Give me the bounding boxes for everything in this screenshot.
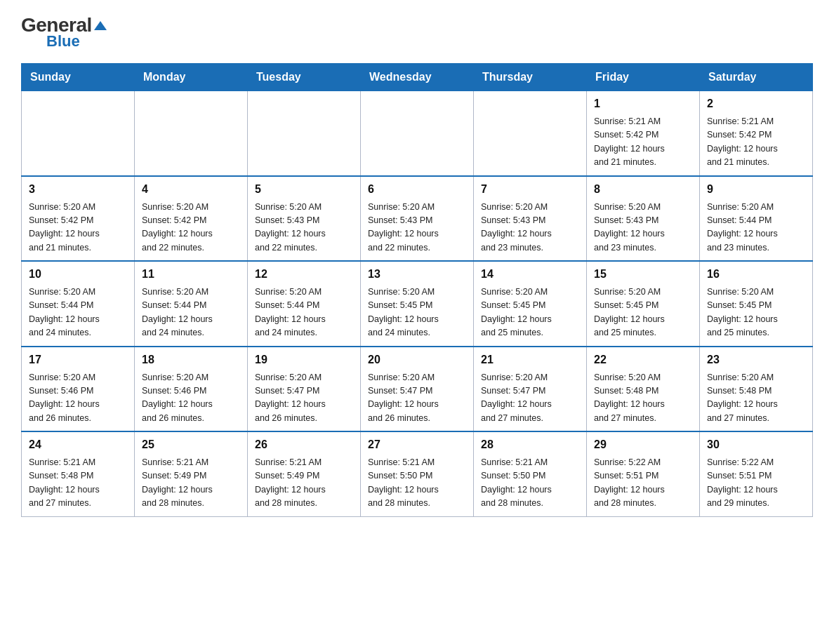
day-number: 29: [594, 436, 692, 453]
day-number: 15: [594, 266, 692, 283]
day-number: 11: [142, 266, 240, 283]
calendar-cell: 13Sunrise: 5:20 AMSunset: 5:45 PMDayligh…: [361, 261, 474, 347]
day-info: Sunrise: 5:21 AMSunset: 5:49 PMDaylight:…: [255, 456, 353, 511]
day-number: 26: [255, 436, 353, 453]
day-number: 4: [142, 181, 240, 198]
calendar-cell: [361, 91, 474, 176]
day-info: Sunrise: 5:20 AMSunset: 5:43 PMDaylight:…: [368, 201, 466, 255]
calendar-cell: 4Sunrise: 5:20 AMSunset: 5:42 PMDaylight…: [135, 176, 248, 262]
calendar-week-row: 17Sunrise: 5:20 AMSunset: 5:46 PMDayligh…: [22, 347, 813, 432]
weekday-header-thursday: Thursday: [474, 64, 587, 91]
day-info: Sunrise: 5:21 AMSunset: 5:42 PMDaylight:…: [594, 115, 692, 170]
calendar-table: SundayMondayTuesdayWednesdayThursdayFrid…: [21, 63, 813, 517]
calendar-cell: 5Sunrise: 5:20 AMSunset: 5:43 PMDaylight…: [248, 176, 361, 262]
calendar-cell: 25Sunrise: 5:21 AMSunset: 5:49 PMDayligh…: [135, 431, 248, 516]
calendar-week-row: 24Sunrise: 5:21 AMSunset: 5:48 PMDayligh…: [22, 431, 813, 516]
day-info: Sunrise: 5:20 AMSunset: 5:45 PMDaylight:…: [368, 286, 466, 340]
day-info: Sunrise: 5:20 AMSunset: 5:47 PMDaylight:…: [368, 371, 466, 426]
day-number: 28: [481, 436, 579, 453]
calendar-cell: 17Sunrise: 5:20 AMSunset: 5:46 PMDayligh…: [22, 347, 135, 432]
day-info: Sunrise: 5:20 AMSunset: 5:47 PMDaylight:…: [481, 371, 579, 426]
day-info: Sunrise: 5:20 AMSunset: 5:46 PMDaylight:…: [29, 371, 127, 426]
day-number: 5: [255, 181, 353, 198]
day-info: Sunrise: 5:22 AMSunset: 5:51 PMDaylight:…: [594, 456, 692, 511]
calendar-cell: 11Sunrise: 5:20 AMSunset: 5:44 PMDayligh…: [135, 261, 248, 347]
day-info: Sunrise: 5:20 AMSunset: 5:43 PMDaylight:…: [481, 201, 579, 255]
logo-blue-text: Blue: [46, 32, 80, 51]
calendar-cell: 10Sunrise: 5:20 AMSunset: 5:44 PMDayligh…: [22, 261, 135, 347]
day-info: Sunrise: 5:20 AMSunset: 5:42 PMDaylight:…: [29, 201, 127, 255]
logo-triangle-icon: [94, 21, 107, 30]
day-number: 17: [29, 351, 127, 368]
day-info: Sunrise: 5:20 AMSunset: 5:45 PMDaylight:…: [594, 286, 692, 340]
calendar-cell: 26Sunrise: 5:21 AMSunset: 5:49 PMDayligh…: [248, 431, 361, 516]
day-number: 30: [707, 436, 805, 453]
day-info: Sunrise: 5:21 AMSunset: 5:42 PMDaylight:…: [707, 115, 805, 170]
calendar-cell: 7Sunrise: 5:20 AMSunset: 5:43 PMDaylight…: [474, 176, 587, 262]
calendar-cell: 19Sunrise: 5:20 AMSunset: 5:47 PMDayligh…: [248, 347, 361, 432]
day-number: 13: [368, 266, 466, 283]
day-number: 27: [368, 436, 466, 453]
day-number: 9: [707, 181, 805, 198]
day-number: 20: [368, 351, 466, 368]
calendar-cell: 1Sunrise: 5:21 AMSunset: 5:42 PMDaylight…: [587, 91, 700, 176]
day-info: Sunrise: 5:20 AMSunset: 5:47 PMDaylight:…: [255, 371, 353, 426]
day-info: Sunrise: 5:21 AMSunset: 5:50 PMDaylight:…: [481, 456, 579, 511]
day-number: 24: [29, 436, 127, 453]
logo: General Blue: [21, 14, 107, 51]
calendar-cell: 16Sunrise: 5:20 AMSunset: 5:45 PMDayligh…: [700, 261, 813, 347]
day-number: 14: [481, 266, 579, 283]
calendar-cell: 2Sunrise: 5:21 AMSunset: 5:42 PMDaylight…: [700, 91, 813, 176]
weekday-header-monday: Monday: [135, 64, 248, 91]
calendar-cell: 27Sunrise: 5:21 AMSunset: 5:50 PMDayligh…: [361, 431, 474, 516]
day-number: 10: [29, 266, 127, 283]
calendar-cell: [248, 91, 361, 176]
day-number: 18: [142, 351, 240, 368]
calendar-cell: 15Sunrise: 5:20 AMSunset: 5:45 PMDayligh…: [587, 261, 700, 347]
day-number: 8: [594, 181, 692, 198]
calendar-cell: 14Sunrise: 5:20 AMSunset: 5:45 PMDayligh…: [474, 261, 587, 347]
day-number: 16: [707, 266, 805, 283]
calendar-week-row: 10Sunrise: 5:20 AMSunset: 5:44 PMDayligh…: [22, 261, 813, 347]
day-info: Sunrise: 5:20 AMSunset: 5:42 PMDaylight:…: [142, 201, 240, 255]
day-number: 7: [481, 181, 579, 198]
day-info: Sunrise: 5:20 AMSunset: 5:44 PMDaylight:…: [29, 286, 127, 340]
calendar-cell: 21Sunrise: 5:20 AMSunset: 5:47 PMDayligh…: [474, 347, 587, 432]
day-number: 12: [255, 266, 353, 283]
day-info: Sunrise: 5:20 AMSunset: 5:46 PMDaylight:…: [142, 371, 240, 426]
calendar-week-row: 3Sunrise: 5:20 AMSunset: 5:42 PMDaylight…: [22, 176, 813, 262]
day-info: Sunrise: 5:20 AMSunset: 5:44 PMDaylight:…: [707, 201, 805, 255]
calendar-cell: 28Sunrise: 5:21 AMSunset: 5:50 PMDayligh…: [474, 431, 587, 516]
weekday-header-wednesday: Wednesday: [361, 64, 474, 91]
weekday-header-sunday: Sunday: [22, 64, 135, 91]
weekday-header-friday: Friday: [587, 64, 700, 91]
day-number: 3: [29, 181, 127, 198]
calendar-cell: 6Sunrise: 5:20 AMSunset: 5:43 PMDaylight…: [361, 176, 474, 262]
page-header: General Blue: [21, 14, 813, 51]
calendar-cell: 23Sunrise: 5:20 AMSunset: 5:48 PMDayligh…: [700, 347, 813, 432]
calendar-cell: 20Sunrise: 5:20 AMSunset: 5:47 PMDayligh…: [361, 347, 474, 432]
day-number: 6: [368, 181, 466, 198]
calendar-cell: 3Sunrise: 5:20 AMSunset: 5:42 PMDaylight…: [22, 176, 135, 262]
calendar-cell: 12Sunrise: 5:20 AMSunset: 5:44 PMDayligh…: [248, 261, 361, 347]
day-info: Sunrise: 5:20 AMSunset: 5:45 PMDaylight:…: [481, 286, 579, 340]
day-number: 22: [594, 351, 692, 368]
day-info: Sunrise: 5:21 AMSunset: 5:49 PMDaylight:…: [142, 456, 240, 511]
calendar-cell: [22, 91, 135, 176]
calendar-cell: 22Sunrise: 5:20 AMSunset: 5:48 PMDayligh…: [587, 347, 700, 432]
day-info: Sunrise: 5:22 AMSunset: 5:51 PMDaylight:…: [707, 456, 805, 511]
day-number: 2: [707, 95, 805, 112]
calendar-cell: [135, 91, 248, 176]
day-info: Sunrise: 5:20 AMSunset: 5:45 PMDaylight:…: [707, 286, 805, 340]
day-info: Sunrise: 5:20 AMSunset: 5:48 PMDaylight:…: [594, 371, 692, 426]
weekday-header-saturday: Saturday: [700, 64, 813, 91]
day-info: Sunrise: 5:20 AMSunset: 5:48 PMDaylight:…: [707, 371, 805, 426]
calendar-cell: [474, 91, 587, 176]
day-number: 19: [255, 351, 353, 368]
day-info: Sunrise: 5:21 AMSunset: 5:50 PMDaylight:…: [368, 456, 466, 511]
day-info: Sunrise: 5:20 AMSunset: 5:43 PMDaylight:…: [255, 201, 353, 255]
day-info: Sunrise: 5:20 AMSunset: 5:44 PMDaylight:…: [142, 286, 240, 340]
calendar-cell: 8Sunrise: 5:20 AMSunset: 5:43 PMDaylight…: [587, 176, 700, 262]
day-number: 1: [594, 95, 692, 112]
day-number: 21: [481, 351, 579, 368]
